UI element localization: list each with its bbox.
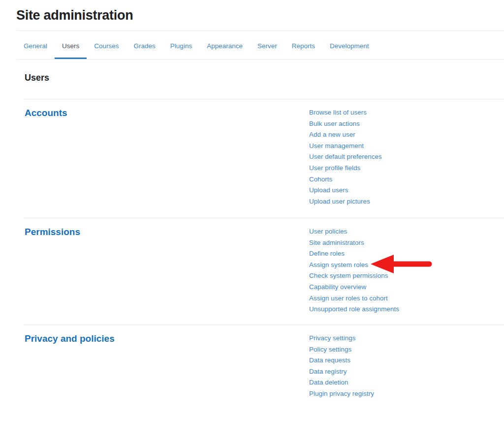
list-item: Define roles [309,248,399,259]
admin-link-user-default-preferences[interactable]: User default preferences [309,153,382,160]
section-privacy-and-policies: Privacy and policiesPrivacy settingsPoli… [24,325,504,423]
section-links-list: User policiesSite administratorsDefine r… [309,226,399,315]
list-item: Upload users [309,184,382,196]
admin-link-policy-settings[interactable]: Policy settings [309,346,351,353]
users-section-heading: Users [25,73,49,83]
list-item: User policies [309,226,399,237]
tab-grades[interactable]: Grades [126,37,163,59]
list-item: Bulk user actions [309,118,382,129]
header-divider [16,30,504,31]
page-title: Site administration [16,8,133,23]
list-item: Unsupported role assignments [309,303,399,315]
section-title: Privacy and policies [25,333,504,344]
tab-courses[interactable]: Courses [87,37,126,59]
tab-users[interactable]: Users [55,37,87,59]
tab-development[interactable]: Development [322,37,377,59]
admin-link-add-a-new-user[interactable]: Add a new user [309,131,355,138]
admin-link-capability-overview[interactable]: Capability overview [309,283,366,291]
admin-link-check-system-permissions[interactable]: Check system permissions [309,272,388,279]
list-item: Assign system roles [309,259,399,270]
section-accounts: AccountsBrowse list of usersBulk user ac… [24,99,504,218]
list-item: Upload user pictures [309,196,382,207]
tab-general[interactable]: General [16,37,55,59]
admin-link-data-registry[interactable]: Data registry [309,368,347,375]
list-item: User profile fields [309,162,382,174]
admin-link-data-deletion[interactable]: Data deletion [309,379,348,386]
list-item: Check system permissions [309,270,399,281]
tab-plugins[interactable]: Plugins [163,37,199,59]
list-item: User management [309,140,382,151]
section-title: Permissions [25,227,504,237]
admin-link-plugin-privacy-registry[interactable]: Plugin privacy registry [309,390,374,397]
list-item: Site administrators [309,237,399,248]
tab-appearance[interactable]: Appearance [199,37,250,59]
list-item: User default preferences [309,151,382,162]
admin-link-privacy-settings[interactable]: Privacy settings [309,334,356,342]
list-item: Add a new user [309,129,382,140]
list-item: Assign user roles to cohort [309,293,399,304]
list-item: Data requests [309,354,374,366]
list-item: Browse list of users [309,107,382,118]
admin-link-cohorts[interactable]: Cohorts [309,176,332,183]
admin-link-bulk-user-actions[interactable]: Bulk user actions [309,120,360,127]
admin-link-upload-user-pictures[interactable]: Upload user pictures [309,198,370,205]
admin-link-assign-system-roles[interactable]: Assign system roles [309,261,368,268]
section-links-list: Privacy settingsPolicy settingsData requ… [309,332,374,399]
section-links-list: Browse list of usersBulk user actionsAdd… [309,107,382,207]
list-item: Capability overview [309,281,399,293]
section-title: Accounts [25,108,504,118]
list-item: Data deletion [309,377,374,388]
admin-link-site-administrators[interactable]: Site administrators [309,239,364,246]
list-item: Cohorts [309,174,382,185]
admin-link-user-profile-fields[interactable]: User profile fields [309,164,360,172]
tab-server[interactable]: Server [250,37,284,59]
list-item: Policy settings [309,344,374,355]
admin-link-user-policies[interactable]: User policies [309,228,347,235]
admin-link-browse-list-of-users[interactable]: Browse list of users [309,109,367,116]
list-item: Privacy settings [309,332,374,344]
list-item: Plugin privacy registry [309,388,374,399]
admin-link-upload-users[interactable]: Upload users [309,186,348,194]
admin-link-data-requests[interactable]: Data requests [309,356,350,364]
admin-link-define-roles[interactable]: Define roles [309,250,345,257]
section-permissions: PermissionsUser policiesSite administrat… [24,218,504,325]
admin-tabs: GeneralUsersCoursesGradesPluginsAppearan… [16,37,504,59]
tab-reports[interactable]: Reports [284,37,322,59]
admin-link-unsupported-role-assignments[interactable]: Unsupported role assignments [309,305,399,313]
admin-link-assign-user-roles-to-cohort[interactable]: Assign user roles to cohort [309,295,388,302]
list-item: Data registry [309,366,374,377]
admin-link-user-management[interactable]: User management [309,142,364,149]
